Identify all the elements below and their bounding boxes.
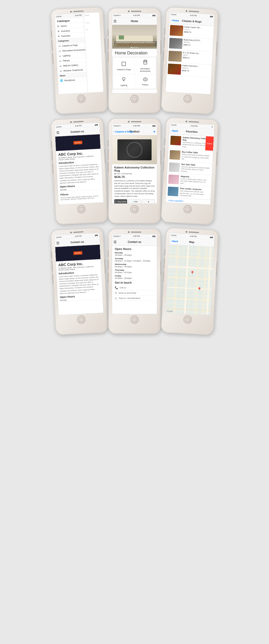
menu-icon[interactable] xyxy=(56,131,59,134)
category-pillows[interactable]: Pillows xyxy=(135,75,156,89)
product-title: Kaleen Astronomy Collection Rug xyxy=(114,166,155,172)
carrier-text: Carrier xyxy=(56,126,62,128)
screen-map: Carrier 4:49 PM ▮▮▮ ‹ Back Map xyxy=(165,233,215,315)
phone-catalogue: Carrier 4:44 PM ▮▮▮ Catalogue ⊞ Home ⊞ I… xyxy=(50,7,108,114)
touch-directions[interactable]: ◎ Find us / Get directions xyxy=(115,296,154,301)
favorites-content: Kaleen Astronomy Collection Rug Astronom… xyxy=(165,134,214,205)
home-button-1[interactable] xyxy=(77,94,86,103)
phone-row-1: Carrier 4:44 PM ▮▮▮ Catalogue ⊞ Home ⊞ I… xyxy=(0,8,269,113)
mute-button xyxy=(164,139,165,145)
intro-text-partial: Lorem ipsum dolor sit amet, consectetur … xyxy=(59,273,100,295)
phone-row-3: Carrier 4:50 PM ▮▮▮ Contact us ubuntu AB… xyxy=(0,229,269,334)
map-view[interactable]: 📍 📍 Google xyxy=(166,245,214,315)
phone-home: Carrier ▾ 4:43 PM ▮▮▮ Home Ori xyxy=(108,8,161,113)
menu-icon[interactable] xyxy=(56,242,59,244)
phone-row-2: Carrier 4:46 PM ▮▮▮ Contact us ubuntu AB… xyxy=(0,118,269,223)
category-carpets[interactable]: Carpets & Rugs xyxy=(113,58,134,74)
time-text: 4:46 PM xyxy=(190,125,197,127)
day-fri: Friday xyxy=(115,275,154,277)
touch-email[interactable]: ✉ Send us and Email xyxy=(115,290,154,296)
label-lighting: Lighting xyxy=(63,54,70,57)
favorite-button[interactable]: ★ xyxy=(153,130,155,133)
delete-button-1[interactable]: Delete xyxy=(205,136,214,151)
home-button-8[interactable] xyxy=(130,315,139,324)
list-item[interactable]: Braid Rules EXTR... #882:06 $360.17 xyxy=(168,37,213,52)
back-button[interactable]: ‹ Home xyxy=(171,19,179,22)
home-button-4[interactable] xyxy=(77,205,86,214)
time-text: 4:44 PM xyxy=(190,14,196,17)
volume-up-button xyxy=(51,40,53,50)
category-lighting[interactable]: Lighting xyxy=(113,75,134,89)
email-icon: ✉ xyxy=(115,292,117,294)
map-marker-1[interactable]: 📍 xyxy=(190,271,195,275)
navbar-title: Home xyxy=(131,20,138,23)
back-button-map[interactable]: ‹ Back xyxy=(171,240,178,243)
screen-catalogue: Carrier 4:44 PM ▮▮▮ Catalogue ⊞ Home ⊞ I… xyxy=(54,12,104,95)
fav-desc-2: Rustic and industrial styling combine to… xyxy=(182,154,211,162)
fav-item-5[interactable]: Pine curtain: turquoise Etat condimentum… xyxy=(166,185,211,200)
home-button-9[interactable] xyxy=(183,315,192,324)
dot-2 xyxy=(132,47,133,48)
carrier-text: Carrier xyxy=(171,124,177,126)
pdf-button[interactable]: 📄 PDF xyxy=(128,199,141,204)
list-item[interactable]: Dante Carpet Tile... #115:3 $836.75 xyxy=(169,24,214,39)
camera-icon xyxy=(128,11,130,12)
fav-thumb-1 xyxy=(170,136,181,145)
list-item[interactable]: 8' x 10' Andes Jut... #86:07 $350.17 xyxy=(167,50,212,65)
volume-up-button xyxy=(163,37,165,48)
product-price-2: $360.17 xyxy=(183,44,201,47)
list-item[interactable]: Kaleen Astronom... #636.75 $636.75 xyxy=(167,63,212,78)
back-button-fav[interactable]: ‹ Back xyxy=(171,129,178,132)
status-bar: Carrier ▾ 4:46 PM ▮▮▮ xyxy=(112,124,157,128)
home-icon: ⊞ xyxy=(57,25,60,28)
product-image-bg xyxy=(112,135,157,164)
home-navbar: Home xyxy=(112,18,157,25)
battery-icon: ▮▮▮ xyxy=(152,125,156,127)
navbar-title-fav: Favorites xyxy=(186,130,198,133)
home-button-2[interactable] xyxy=(130,95,139,103)
star-action-icon: ★ xyxy=(148,201,149,203)
camera-icon xyxy=(128,121,130,122)
home-button-6[interactable] xyxy=(183,205,192,214)
menu-icon[interactable] xyxy=(114,241,116,243)
phone-contact-partial: Carrier 4:50 PM ▮▮▮ Contact us ubuntu AB… xyxy=(50,227,108,335)
menu-icon[interactable] xyxy=(114,20,116,22)
carrier-text: Carrier xyxy=(171,234,177,236)
star-icon: ★ xyxy=(58,35,60,38)
volume-down-button xyxy=(52,274,53,284)
favorite-action-button[interactable]: ★ xyxy=(142,199,155,204)
carpets-label: Carpets & Rugs xyxy=(117,68,131,71)
get-in-touch-title: Get in touch xyxy=(115,281,154,284)
fav-item-1[interactable]: Kaleen Astronomy Collection Rug Astronom… xyxy=(168,134,214,151)
dot-1 xyxy=(131,47,132,48)
map-marker-2[interactable]: 📍 xyxy=(197,287,202,292)
phone-icon: 📞 xyxy=(115,286,118,289)
product-info-3: 8' x 10' Andes Jut... #86:07 $350.17 xyxy=(183,52,200,63)
rug-swirl xyxy=(127,142,142,158)
buy-online-button[interactable]: 🛒 Buy online xyxy=(114,199,127,204)
navbar-title-contact-p: Contact us xyxy=(70,240,84,244)
power-button xyxy=(104,259,106,274)
product-info-4: Kaleen Astronom... #636.75 $636.75 xyxy=(182,64,199,76)
time-thu: 09:00am - 05:31pm xyxy=(115,271,154,274)
power-button xyxy=(161,40,161,54)
back-button-product[interactable]: ‹ Carpets & Rugs xyxy=(114,130,133,133)
touch-call[interactable]: 📞 Call us xyxy=(115,285,154,290)
product-content: Kaleen Astronomy Collection Rug ◆ wool, … xyxy=(112,135,157,204)
contact-section: ABC Corp Inc. 50 Market Street, San Fran… xyxy=(56,149,103,202)
power-button xyxy=(104,39,106,53)
rugs-content: Dante Carpet Tile... #115:3 $836.75 Brai… xyxy=(167,24,214,78)
folder-icon-pillows: 🗂 xyxy=(59,60,62,62)
mute-button xyxy=(51,31,52,37)
home-button-7[interactable] xyxy=(77,315,86,324)
volume-down-button xyxy=(108,162,108,173)
carrier-text: Carrier ▾ xyxy=(113,235,121,237)
home-button-3[interactable] xyxy=(183,94,192,103)
speaker-icon xyxy=(73,11,84,12)
category-decorative[interactable]: Decorative Accessories xyxy=(135,58,156,74)
svg-point-6 xyxy=(143,78,147,81)
home-button-5[interactable] xyxy=(130,205,139,213)
product-price: $636.75 xyxy=(114,175,155,178)
time-tue: 08:00am - 01:00pm / 05:00pm - 09:00pm xyxy=(115,260,154,262)
time-fri: 09:00am - 05:00pm xyxy=(115,277,154,279)
